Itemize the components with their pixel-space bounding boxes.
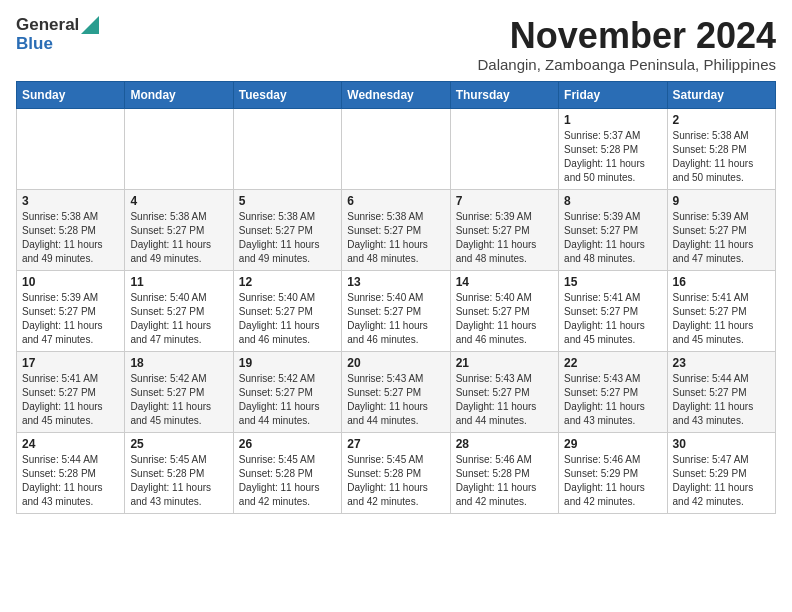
day-info: Sunrise: 5:39 AM Sunset: 5:27 PM Dayligh… [456, 210, 553, 266]
day-number: 21 [456, 356, 553, 370]
day-number: 1 [564, 113, 661, 127]
calendar-cell: 9Sunrise: 5:39 AM Sunset: 5:27 PM Daylig… [667, 189, 775, 270]
calendar-cell: 21Sunrise: 5:43 AM Sunset: 5:27 PM Dayli… [450, 351, 558, 432]
calendar-cell: 8Sunrise: 5:39 AM Sunset: 5:27 PM Daylig… [559, 189, 667, 270]
calendar-cell: 27Sunrise: 5:45 AM Sunset: 5:28 PM Dayli… [342, 432, 450, 513]
day-info: Sunrise: 5:38 AM Sunset: 5:27 PM Dayligh… [239, 210, 336, 266]
title-block: November 2024 Dalangin, Zamboanga Penins… [477, 16, 776, 73]
column-header-thursday: Thursday [450, 81, 558, 108]
day-info: Sunrise: 5:38 AM Sunset: 5:28 PM Dayligh… [22, 210, 119, 266]
day-number: 30 [673, 437, 770, 451]
day-number: 8 [564, 194, 661, 208]
day-info: Sunrise: 5:43 AM Sunset: 5:27 PM Dayligh… [347, 372, 444, 428]
day-number: 3 [22, 194, 119, 208]
calendar-header-row: SundayMondayTuesdayWednesdayThursdayFrid… [17, 81, 776, 108]
calendar-cell: 12Sunrise: 5:40 AM Sunset: 5:27 PM Dayli… [233, 270, 341, 351]
day-info: Sunrise: 5:37 AM Sunset: 5:28 PM Dayligh… [564, 129, 661, 185]
day-number: 16 [673, 275, 770, 289]
calendar-cell: 19Sunrise: 5:42 AM Sunset: 5:27 PM Dayli… [233, 351, 341, 432]
column-header-saturday: Saturday [667, 81, 775, 108]
calendar-cell: 2Sunrise: 5:38 AM Sunset: 5:28 PM Daylig… [667, 108, 775, 189]
calendar-cell: 1Sunrise: 5:37 AM Sunset: 5:28 PM Daylig… [559, 108, 667, 189]
calendar-cell: 26Sunrise: 5:45 AM Sunset: 5:28 PM Dayli… [233, 432, 341, 513]
calendar-cell: 22Sunrise: 5:43 AM Sunset: 5:27 PM Dayli… [559, 351, 667, 432]
calendar-cell: 20Sunrise: 5:43 AM Sunset: 5:27 PM Dayli… [342, 351, 450, 432]
day-info: Sunrise: 5:46 AM Sunset: 5:29 PM Dayligh… [564, 453, 661, 509]
day-number: 10 [22, 275, 119, 289]
logo-blue-text: Blue [16, 35, 53, 54]
day-number: 13 [347, 275, 444, 289]
calendar-cell: 16Sunrise: 5:41 AM Sunset: 5:27 PM Dayli… [667, 270, 775, 351]
column-header-monday: Monday [125, 81, 233, 108]
day-number: 12 [239, 275, 336, 289]
calendar-cell: 10Sunrise: 5:39 AM Sunset: 5:27 PM Dayli… [17, 270, 125, 351]
day-number: 15 [564, 275, 661, 289]
calendar-week-row: 1Sunrise: 5:37 AM Sunset: 5:28 PM Daylig… [17, 108, 776, 189]
day-info: Sunrise: 5:46 AM Sunset: 5:28 PM Dayligh… [456, 453, 553, 509]
calendar-cell: 4Sunrise: 5:38 AM Sunset: 5:27 PM Daylig… [125, 189, 233, 270]
day-number: 18 [130, 356, 227, 370]
day-info: Sunrise: 5:42 AM Sunset: 5:27 PM Dayligh… [239, 372, 336, 428]
day-info: Sunrise: 5:38 AM Sunset: 5:27 PM Dayligh… [347, 210, 444, 266]
day-number: 9 [673, 194, 770, 208]
page-header: General Blue November 2024 Dalangin, Zam… [16, 16, 776, 73]
day-number: 6 [347, 194, 444, 208]
day-number: 14 [456, 275, 553, 289]
day-info: Sunrise: 5:43 AM Sunset: 5:27 PM Dayligh… [564, 372, 661, 428]
day-info: Sunrise: 5:44 AM Sunset: 5:28 PM Dayligh… [22, 453, 119, 509]
calendar-week-row: 3Sunrise: 5:38 AM Sunset: 5:28 PM Daylig… [17, 189, 776, 270]
day-info: Sunrise: 5:38 AM Sunset: 5:28 PM Dayligh… [673, 129, 770, 185]
day-number: 5 [239, 194, 336, 208]
day-number: 24 [22, 437, 119, 451]
svg-marker-0 [81, 16, 99, 34]
day-info: Sunrise: 5:41 AM Sunset: 5:27 PM Dayligh… [22, 372, 119, 428]
day-info: Sunrise: 5:39 AM Sunset: 5:27 PM Dayligh… [564, 210, 661, 266]
calendar-cell: 29Sunrise: 5:46 AM Sunset: 5:29 PM Dayli… [559, 432, 667, 513]
calendar-cell [125, 108, 233, 189]
calendar-cell [233, 108, 341, 189]
day-info: Sunrise: 5:42 AM Sunset: 5:27 PM Dayligh… [130, 372, 227, 428]
day-info: Sunrise: 5:41 AM Sunset: 5:27 PM Dayligh… [564, 291, 661, 347]
calendar-cell: 30Sunrise: 5:47 AM Sunset: 5:29 PM Dayli… [667, 432, 775, 513]
day-info: Sunrise: 5:39 AM Sunset: 5:27 PM Dayligh… [22, 291, 119, 347]
column-header-tuesday: Tuesday [233, 81, 341, 108]
day-info: Sunrise: 5:40 AM Sunset: 5:27 PM Dayligh… [456, 291, 553, 347]
day-info: Sunrise: 5:47 AM Sunset: 5:29 PM Dayligh… [673, 453, 770, 509]
day-number: 27 [347, 437, 444, 451]
day-info: Sunrise: 5:45 AM Sunset: 5:28 PM Dayligh… [239, 453, 336, 509]
calendar-cell: 11Sunrise: 5:40 AM Sunset: 5:27 PM Dayli… [125, 270, 233, 351]
day-number: 19 [239, 356, 336, 370]
column-header-wednesday: Wednesday [342, 81, 450, 108]
day-info: Sunrise: 5:45 AM Sunset: 5:28 PM Dayligh… [130, 453, 227, 509]
logo: General Blue [16, 16, 99, 53]
calendar-cell: 17Sunrise: 5:41 AM Sunset: 5:27 PM Dayli… [17, 351, 125, 432]
day-info: Sunrise: 5:38 AM Sunset: 5:27 PM Dayligh… [130, 210, 227, 266]
calendar-cell: 23Sunrise: 5:44 AM Sunset: 5:27 PM Dayli… [667, 351, 775, 432]
day-info: Sunrise: 5:40 AM Sunset: 5:27 PM Dayligh… [239, 291, 336, 347]
calendar-cell: 25Sunrise: 5:45 AM Sunset: 5:28 PM Dayli… [125, 432, 233, 513]
calendar-week-row: 24Sunrise: 5:44 AM Sunset: 5:28 PM Dayli… [17, 432, 776, 513]
day-number: 25 [130, 437, 227, 451]
calendar-cell: 15Sunrise: 5:41 AM Sunset: 5:27 PM Dayli… [559, 270, 667, 351]
logo-triangle-icon [81, 16, 99, 34]
calendar-cell: 3Sunrise: 5:38 AM Sunset: 5:28 PM Daylig… [17, 189, 125, 270]
day-number: 29 [564, 437, 661, 451]
calendar-cell: 18Sunrise: 5:42 AM Sunset: 5:27 PM Dayli… [125, 351, 233, 432]
logo-general-text: General [16, 16, 79, 35]
day-number: 7 [456, 194, 553, 208]
calendar-cell [17, 108, 125, 189]
day-number: 4 [130, 194, 227, 208]
calendar-cell: 14Sunrise: 5:40 AM Sunset: 5:27 PM Dayli… [450, 270, 558, 351]
calendar-cell: 13Sunrise: 5:40 AM Sunset: 5:27 PM Dayli… [342, 270, 450, 351]
day-info: Sunrise: 5:45 AM Sunset: 5:28 PM Dayligh… [347, 453, 444, 509]
calendar-cell: 6Sunrise: 5:38 AM Sunset: 5:27 PM Daylig… [342, 189, 450, 270]
day-number: 22 [564, 356, 661, 370]
calendar-cell [342, 108, 450, 189]
day-info: Sunrise: 5:41 AM Sunset: 5:27 PM Dayligh… [673, 291, 770, 347]
day-info: Sunrise: 5:39 AM Sunset: 5:27 PM Dayligh… [673, 210, 770, 266]
day-number: 17 [22, 356, 119, 370]
calendar-cell [450, 108, 558, 189]
calendar-cell: 24Sunrise: 5:44 AM Sunset: 5:28 PM Dayli… [17, 432, 125, 513]
month-title: November 2024 [477, 16, 776, 56]
day-number: 20 [347, 356, 444, 370]
